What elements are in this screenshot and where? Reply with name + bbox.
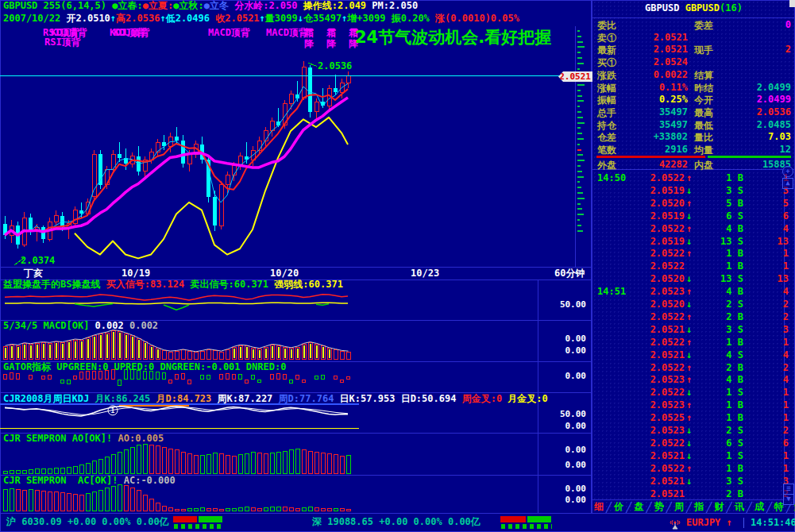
quote-cell: 0.0022 xyxy=(629,69,688,80)
axis-label: 60分钟 xyxy=(554,268,585,279)
top-info-segment: ↑ xyxy=(160,13,165,24)
quote-row: 卖①2.0521 xyxy=(592,32,795,44)
tick-price: 2.0519 xyxy=(639,210,685,222)
tab-9[interactable]: 成 xyxy=(754,500,764,514)
quote-cell: 2.0499 xyxy=(727,82,791,93)
tab-3[interactable]: 盘 xyxy=(634,500,643,514)
top-info-segment: 开2.0510 xyxy=(66,13,110,24)
tick-count: 4 xyxy=(760,374,789,385)
scroll-top-icon[interactable]: + xyxy=(782,166,793,177)
tick-volume: 13 S xyxy=(694,273,743,284)
quote-cell: 2.0524 xyxy=(629,56,688,67)
chart-annotation: 2.0374 xyxy=(21,256,55,266)
tick-price: 2.0522 xyxy=(639,387,685,398)
tick-count: 6 xyxy=(760,438,789,449)
tick-count: 1 xyxy=(760,387,789,398)
tick-volume: 2 S xyxy=(694,425,743,436)
tick-price: 2.0521 xyxy=(639,476,685,487)
top-info-segment: 涨(0.0010)0.05% xyxy=(435,13,519,24)
ac-indicator xyxy=(3,484,350,511)
top-info-segment: 高2.0536 xyxy=(116,13,160,24)
list-view-icon[interactable]: ≡ xyxy=(783,484,794,495)
tick-row: 2.0520↓2 S2 xyxy=(592,299,795,310)
quote-cell: 0.11% xyxy=(629,82,688,93)
tick-row: 2.0522↑4 B4 xyxy=(592,223,795,235)
window-corner-handle[interactable] xyxy=(789,0,795,7)
quote-cell: 涨幅 xyxy=(597,82,616,95)
axis-label: 10/23 xyxy=(411,268,439,279)
top-info-segment: PM:2.050 xyxy=(372,0,418,11)
up-arrow-icon: ↑ xyxy=(686,248,694,259)
axis-label: 10/19 xyxy=(122,268,150,279)
tick-volume: 4 B xyxy=(694,374,743,385)
chart-annotation: 降 xyxy=(326,39,336,49)
quote-row: 振幅0.25%今开2.0499 xyxy=(592,94,795,106)
top-info-segment: 量3099 xyxy=(265,13,298,24)
tick-price: 2.0522 xyxy=(639,260,685,272)
tick-price: 2.0523 xyxy=(639,399,685,411)
tick-price: 2.0521 xyxy=(639,450,685,461)
tab-separator: ╱ xyxy=(606,502,612,513)
tab-4[interactable]: 势 xyxy=(654,500,664,514)
top-info-segment: GBPUSD 255(6,14,5) xyxy=(3,0,112,11)
tick-count: 4 xyxy=(760,286,789,297)
quote-cell: 最高 xyxy=(694,106,713,120)
scroll-up-icon[interactable]: ▲ xyxy=(782,178,793,189)
tick-count: 1 xyxy=(760,260,789,272)
tick-row: 2.0519↓3 S3 xyxy=(592,185,795,197)
quote-cell: 内盘 xyxy=(694,159,713,172)
indicator-label-segment: 5/34/5 MACD[OK] xyxy=(3,320,95,331)
tick-volume: 2 B xyxy=(694,311,743,322)
down-arrow-icon: ↓ xyxy=(686,185,694,196)
tick-count: 1 xyxy=(760,248,789,259)
tick-row: 2.0519↓13 S13 xyxy=(592,236,795,248)
tick-row: 2.0521↓4 S4 xyxy=(592,349,795,361)
indicator-label-segment: 益盟操盘手的BS操盘线 xyxy=(3,279,106,290)
tick-volume: 3 S xyxy=(694,324,743,335)
up-arrow-icon: ↑ xyxy=(686,412,694,423)
trading-terminal: 1 GBPUSD 255(6,14,5) ●立春:●立夏:●立秋:●立冬 分水岭… xyxy=(0,0,795,532)
quote-cell: 2.0485 xyxy=(727,119,791,130)
top-info-segment: ↓ xyxy=(298,13,303,24)
tick-row: 2.05212 B2 xyxy=(592,488,795,500)
scroll-down-icon[interactable]: ▼ xyxy=(783,494,794,505)
tab-1[interactable]: 细 xyxy=(594,500,604,514)
tab-7[interactable]: 财 xyxy=(714,500,724,514)
tick-row: 2.0525↑1 B1 xyxy=(592,412,795,424)
tab-5[interactable]: 周 xyxy=(674,500,684,514)
tab-2[interactable]: 价 xyxy=(614,500,623,514)
indicator-label-row: 益盟操盘手的BS操盘线 买入信号:83.124 卖出信号:60.371 强弱线:… xyxy=(3,279,343,290)
scale-label: 0.00 xyxy=(538,461,586,470)
indicator-label-segment: UPGREEN:0 xyxy=(56,361,114,372)
tick-volume: 4 S xyxy=(694,349,743,360)
top-info-line2: 2007/10/22 开2.0510↑高2.0536↑低2.0496 收2.05… xyxy=(3,13,519,24)
tick-price: 2.0523 xyxy=(639,286,685,297)
top-info-segment: 低2.0496 xyxy=(166,13,216,24)
scale-label: 0.00 xyxy=(538,495,586,505)
symbol-header: GBPUSD GBPUSD(16) xyxy=(592,2,795,13)
tick-count: 13 xyxy=(760,236,789,247)
top-info-segment: 仓35497 xyxy=(303,13,342,24)
indicator-label-segment: 月D:84.723 xyxy=(156,393,218,404)
quote-cell: 现手 xyxy=(694,44,713,57)
scale-label: 0.00 xyxy=(538,445,586,455)
quote-cell: +33802 xyxy=(629,131,688,142)
quote-cell: 今开 xyxy=(694,94,713,107)
sz-advance-bar xyxy=(500,516,526,522)
tab-8[interactable]: 讯 xyxy=(735,500,744,514)
tick-volume: 6 S xyxy=(694,210,743,222)
quote-cell: 总手 xyxy=(597,106,616,120)
quote-cell: 振幅 xyxy=(597,94,616,107)
quote-row: 委比委差0 xyxy=(592,19,795,31)
quote-cell: 昨结 xyxy=(694,82,713,95)
indicator-label-segment: 月K:86.245 xyxy=(95,393,156,404)
ticker-pair[interactable]: EURJPY ↑ xyxy=(686,518,732,528)
quote-cell: 量比 xyxy=(694,131,713,145)
tick-price: 2.0521 xyxy=(639,349,685,360)
indicator-label-segment: AC:-0.000 xyxy=(124,475,176,486)
tab-separator: ╱ xyxy=(706,502,712,513)
tick-count: 4 xyxy=(760,349,789,360)
tab-6[interactable]: 指 xyxy=(694,500,704,514)
quote-cell: 42282 xyxy=(629,159,688,170)
tick-volume: 1 B xyxy=(694,248,743,259)
